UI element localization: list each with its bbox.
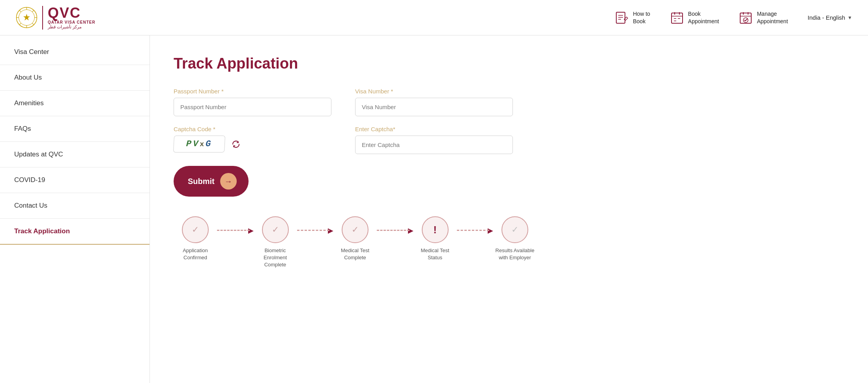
visa-number-group: Visa Number * [355,88,513,116]
step-label-5: Results Available with Employer [493,247,537,261]
sidebar-item-updates[interactable]: Updates at QVC [0,142,150,167]
how-to-book-label: How toBook [633,10,650,24]
progress-step-biometric: ✓ Biometric Enrolment Complete [254,216,297,269]
svg-line-6 [19,10,21,12]
step-circle-5: ✓ [501,216,528,243]
connector-4: ▶ [457,216,494,231]
logo-area: QVC QATAR VISA CENTER مركز تأشيرات قطر [16,6,95,30]
step-circle-2: ✓ [262,216,289,243]
book-appointment-label: BookAppointment [688,10,719,24]
connector-3: ▶ [377,216,413,231]
sidebar-item-track-application[interactable]: Track Application [0,219,150,245]
logo-arabic: مركز تأشيرات قطر [48,24,95,30]
track-form: Passport Number * Visa Number * Captcha … [174,88,513,154]
logo-subtitle: QATAR VISA CENTER [48,20,95,24]
logo-emblem [16,7,37,28]
captcha-label: Captcha Code * [174,126,331,132]
progress-step-medical-status: ! Medical Test Status [413,216,457,261]
book-appointment-icon [670,11,684,25]
logo-qvc: QVC [48,6,95,20]
sidebar-item-covid[interactable]: COVID-19 [0,167,150,193]
passport-number-group: Passport Number * [174,88,331,116]
connector-2: ▶ [297,216,334,231]
sidebar-item-faqs[interactable]: FAQs [0,116,150,142]
main-nav: How toBook BookAppointment [615,10,788,24]
header: QVC QATAR VISA CENTER مركز تأشيرات قطر H… [0,0,868,35]
captcha-input-group: Enter Captcha* [355,126,513,154]
submit-arrow-icon: → [220,173,237,190]
language-label: India - English [808,14,845,21]
submit-label: Submit [188,177,215,186]
captcha-refresh-button[interactable] [230,138,242,151]
progress-step-medical-complete: ✓ Medical Test Complete [333,216,377,261]
step-label-4: Medical Test Status [413,247,457,261]
chevron-down-icon: ▼ [847,15,852,20]
dashed-line-3 [377,230,410,231]
visa-number-label: Visa Number * [355,88,513,95]
sidebar: Visa Center About Us Amenities FAQs Upda… [0,35,150,383]
manage-appointment-icon [739,11,753,25]
svg-rect-22 [740,13,751,23]
visa-number-input[interactable] [355,98,513,116]
passport-number-input[interactable] [174,98,331,116]
manage-appointment-label: ManageAppointment [757,10,788,24]
sidebar-item-amenities[interactable]: Amenities [0,91,150,116]
svg-line-8 [32,10,34,12]
captcha-input[interactable] [355,136,513,154]
sidebar-item-visa-center[interactable]: Visa Center [0,39,150,65]
svg-line-9 [19,23,21,24]
dashed-line-2 [297,230,330,231]
sidebar-item-contact-us[interactable]: Contact Us [0,193,150,219]
step-circle-4: ! [422,216,449,243]
nav-how-to-book[interactable]: How toBook [615,10,650,24]
submit-button[interactable]: Submit → [174,166,249,197]
captcha-image: PVxG [173,136,225,152]
step-circle-1: ✓ [182,216,209,243]
step-circle-3: ✓ [342,216,369,243]
language-selector[interactable]: India - English ▼ [808,14,852,21]
svg-rect-11 [616,12,625,23]
step-label-2: Biometric Enrolment Complete [254,247,297,269]
sidebar-item-about-us[interactable]: About Us [0,65,150,91]
svg-marker-10 [23,14,30,20]
step-label-3: Medical Test Complete [333,247,377,261]
progress-step-results: ✓ Results Available with Employer [493,216,537,261]
connector-1: ▶ [217,216,254,231]
dashed-line-1 [217,230,250,231]
captcha-row: PVxG [174,136,331,152]
captcha-input-label: Enter Captcha* [355,126,513,132]
dashed-line-4 [457,230,490,231]
logo-text-area: QVC QATAR VISA CENTER مركز تأشيرات قطر [42,6,95,30]
svg-line-7 [32,23,34,24]
svg-rect-15 [672,13,683,23]
nav-book-appointment[interactable]: BookAppointment [670,10,719,24]
page-body: Visa Center About Us Amenities FAQs Upda… [0,35,868,383]
nav-manage-appointment[interactable]: ManageAppointment [739,10,788,24]
passport-number-label: Passport Number * [174,88,331,95]
how-to-book-icon [615,11,629,25]
step-label-1: Application Confirmed [174,247,217,261]
progress-tracker: ✓ Application Confirmed ▶ ✓ Biometric En… [174,216,537,269]
page-title: Track Application [174,55,844,72]
progress-step-application-confirmed: ✓ Application Confirmed [174,216,217,261]
main-content: Track Application Passport Number * Visa… [150,35,868,383]
captcha-code-group: Captcha Code * PVxG [174,126,331,154]
